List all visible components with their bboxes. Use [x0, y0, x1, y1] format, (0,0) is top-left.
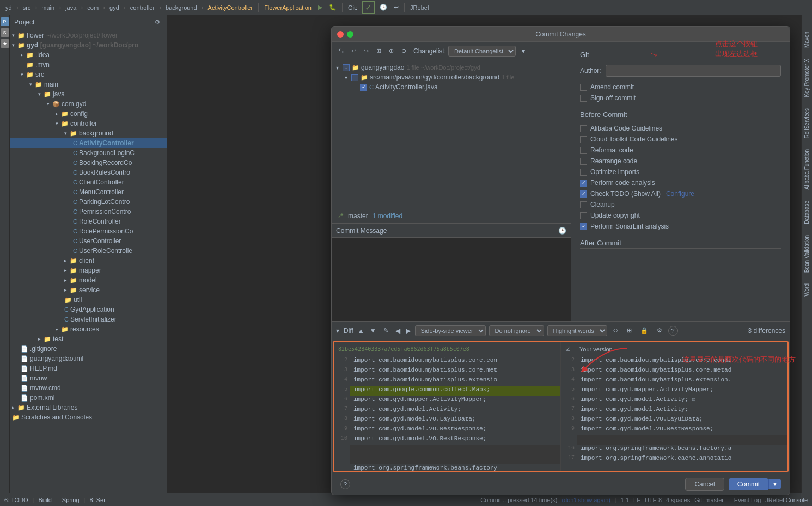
diff-edit-btn[interactable]: ✎: [381, 325, 391, 336]
git-checkbox-checktodo[interactable]: ✓: [580, 190, 587, 198]
diff-viewer-select[interactable]: Side-by-side viewer: [415, 325, 486, 336]
tree-item-iml[interactable]: 📄 guangyangdao.iml: [10, 354, 167, 363]
toolbar-breadcrumb-src[interactable]: src: [21, 3, 33, 12]
tree-item-config[interactable]: ▸ 📁 config: [10, 109, 167, 119]
toolbar-app-name[interactable]: FlowerApplication: [262, 3, 314, 12]
git-checkbox-rearrange[interactable]: [580, 158, 587, 165]
cl-toolbar-expand-all-btn[interactable]: ⊕: [386, 46, 396, 56]
tree-item-model[interactable]: ▸ 📁 model: [10, 275, 167, 285]
changelist-dropdown-icon[interactable]: ▼: [520, 47, 527, 55]
tree-item-role[interactable]: C RoleController: [10, 217, 167, 226]
tree-item-parking[interactable]: C ParkingLotContro: [10, 197, 167, 207]
git-checkbox-signoff[interactable]: [580, 95, 587, 102]
diff-help-btn[interactable]: ?: [668, 326, 678, 336]
toolbar-breadcrumb-yd[interactable]: yd: [3, 3, 14, 12]
diff-ignore-select[interactable]: Do not ignore: [489, 325, 544, 336]
bottom-eventlog[interactable]: Event Log: [734, 497, 761, 503]
tree-item-comgyd[interactable]: ▾ 📦 com.gyd: [10, 99, 167, 109]
toolbar-checkmark-btn[interactable]: ✓: [362, 1, 375, 14]
tree-item-bglogin[interactable]: C BackgroundLoginC: [10, 148, 167, 158]
toolbar-breadcrumb-class[interactable]: ActivityController: [206, 3, 255, 12]
right-panel-bean[interactable]: Bean Validation: [804, 235, 810, 273]
tree-item-client-ctrl[interactable]: C ClientController: [10, 177, 167, 187]
git-author-input[interactable]: [606, 65, 781, 77]
diff-sync-btn[interactable]: ⇔: [610, 325, 621, 336]
right-panel-word[interactable]: Word: [804, 283, 810, 297]
project-icon[interactable]: P: [1, 17, 9, 26]
bottom-spring[interactable]: Spring: [62, 497, 80, 503]
toolbar-breadcrumb-java[interactable]: java: [63, 3, 78, 12]
tree-item-util[interactable]: 📁 util: [10, 295, 167, 305]
tree-item-mvn[interactable]: ▸ 📁 .mvn: [10, 60, 167, 70]
cl-item-guangyangdao[interactable]: ▾ - 📁 guangyangdao 1 file ~/workDoc/proj…: [332, 63, 571, 72]
right-panel-maven[interactable]: Maven: [804, 32, 810, 48]
bottom-utf[interactable]: UTF-8: [645, 497, 662, 503]
favorites-icon[interactable]: ★: [1, 39, 9, 48]
tree-item-gitignore[interactable]: 📄 .gitignore: [10, 344, 167, 354]
tree-item-gydapp[interactable]: C GydApplication: [10, 305, 167, 314]
commit-message-input[interactable]: [332, 238, 571, 321]
cl-toolbar-expand-btn[interactable]: ⇆: [336, 46, 346, 56]
cl-toolbar-redo-btn[interactable]: ↪: [361, 46, 371, 56]
tree-item-client-folder[interactable]: ▸ 📁 client: [10, 256, 167, 266]
tree-item-test[interactable]: ▸ 📁 test: [10, 334, 167, 344]
git-checkbox-cloud[interactable]: [580, 136, 587, 143]
toolbar-run-btn[interactable]: ▶: [316, 3, 325, 12]
tree-item-controller[interactable]: ▾ 📁 controller: [10, 119, 167, 128]
bottom-build[interactable]: Build: [38, 497, 51, 503]
tree-item-gyd[interactable]: ▾ 📁 gyd [guangyangdao] ~/workDoc/pro: [10, 40, 167, 50]
commit-msg-clock-icon[interactable]: 🕒: [558, 227, 566, 235]
right-panel-reliservices[interactable]: ReliServices: [804, 108, 810, 139]
structure-icon[interactable]: S: [1, 28, 9, 37]
git-checkbox-amend[interactable]: [580, 84, 587, 91]
git-link-configure[interactable]: Configure: [666, 190, 694, 198]
tree-item-src[interactable]: ▾ 📁 src: [10, 70, 167, 79]
tree-item-java[interactable]: ▾ 📁 java: [10, 89, 167, 99]
tree-item-background[interactable]: ▾ 📁 background: [10, 128, 167, 138]
cl-item-src-path[interactable]: ▾ - 📁 src/main/java/com/gyd/controller/b…: [332, 72, 571, 82]
toolbar-breadcrumb-com[interactable]: com: [85, 3, 101, 12]
modified-badge[interactable]: 1 modified: [373, 212, 402, 220]
bottom-dontshow[interactable]: (don't show again): [561, 497, 610, 503]
git-checkbox-reformat[interactable]: [580, 147, 587, 154]
right-panel-alibaba[interactable]: Alibaba Function: [804, 149, 810, 190]
toolbar-git-revert-btn[interactable]: ↩: [392, 3, 401, 12]
git-checkbox-optimize[interactable]: [580, 169, 587, 176]
diff-next-btn[interactable]: ▼: [369, 326, 377, 336]
cl-toolbar-collapse-btn[interactable]: ⊖: [399, 46, 409, 56]
git-checkbox-copyright[interactable]: [580, 212, 587, 219]
diff-prev-btn[interactable]: ▲: [357, 326, 365, 336]
diff-columns-btn[interactable]: ⊞: [624, 325, 634, 336]
bottom-todo[interactable]: 6: TODO: [4, 497, 28, 503]
tree-item-idea[interactable]: ▸ 📁 .idea: [10, 50, 167, 60]
tree-item-mapper[interactable]: ▸ 📁 mapper: [10, 266, 167, 275]
tree-item-scratches[interactable]: 📁 Scratches and Consoles: [10, 412, 167, 422]
toolbar-breadcrumb-gyd[interactable]: gyd: [107, 3, 121, 12]
tree-item-roleperm[interactable]: C RolePermissionCo: [10, 226, 167, 236]
changelist-select[interactable]: Default Changelist: [448, 46, 516, 57]
tree-item-bookrules[interactable]: C BookRulesContro: [10, 168, 167, 177]
tree-item-servlet[interactable]: C ServletInitializer: [10, 314, 167, 324]
tree-item-userrole[interactable]: C UserRoleControlle: [10, 246, 167, 256]
diff-lock-btn[interactable]: 🔒: [638, 325, 651, 336]
tree-item-service[interactable]: ▸ 📁 service: [10, 285, 167, 295]
cl-checkbox-activityjava[interactable]: ✓: [360, 84, 367, 91]
tree-settings-btn[interactable]: ⚙: [152, 17, 163, 27]
cl-checkbox-guangyangdao[interactable]: -: [343, 64, 350, 71]
diff-highlight-select[interactable]: Highlight words: [547, 325, 607, 336]
tree-item-pom[interactable]: 📄 pom.xml: [10, 393, 167, 403]
diff-settings-btn[interactable]: ⚙: [654, 325, 665, 336]
diff-right-btn[interactable]: ▶: [405, 326, 412, 336]
toolbar-breadcrumb-background[interactable]: background: [163, 3, 199, 12]
cl-toolbar-group-btn[interactable]: ⊞: [374, 46, 384, 56]
git-checkbox-codeanalysis[interactable]: ✓: [580, 180, 587, 187]
commit-button[interactable]: Commit: [729, 478, 768, 490]
toolbar-breadcrumb-controller[interactable]: controller: [128, 3, 157, 12]
diff-left-btn[interactable]: ◀: [394, 326, 401, 336]
tree-item-mvnwcmd[interactable]: 📄 mvnw.cmd: [10, 383, 167, 393]
commit-dropdown-button[interactable]: ▼: [768, 479, 781, 489]
toolbar-breadcrumb-main[interactable]: main: [39, 3, 57, 12]
right-panel-database[interactable]: Database: [804, 201, 810, 224]
tree-item-main[interactable]: ▾ 📁 main: [10, 79, 167, 89]
toolbar-debug-btn[interactable]: 🐛: [327, 3, 339, 12]
